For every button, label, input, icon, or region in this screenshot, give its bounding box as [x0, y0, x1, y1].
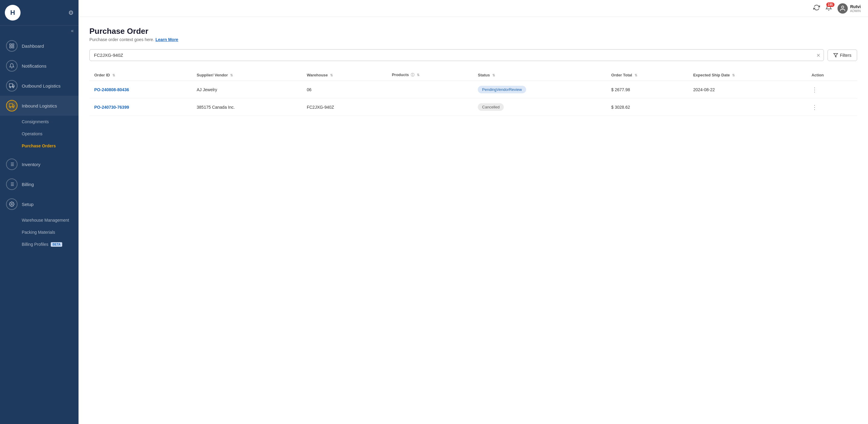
sidebar-item-label-outbound: Outbound Logistics	[22, 83, 60, 89]
table-row: PO-240808-80436 AJ Jewelry 06 PendingVen…	[89, 81, 857, 98]
sidebar-item-inbound-logistics[interactable]: Inbound Logistics	[0, 96, 79, 116]
inbound-icon	[6, 100, 18, 112]
sidebar-item-label-setup: Setup	[22, 202, 33, 207]
col-action: Action	[807, 69, 857, 81]
col-supplier[interactable]: Supplier/ Vendor ⇅	[192, 69, 302, 81]
topbar: 195 Rutvi ADMIN	[79, 0, 868, 17]
sort-status-icon[interactable]: ⇅	[492, 73, 495, 77]
order-id-link-2[interactable]: PO-240730-76399	[94, 105, 129, 110]
logo[interactable]: H	[5, 5, 21, 21]
gear-icon[interactable]: ⚙	[68, 9, 74, 16]
notification-badge: 195	[826, 2, 835, 7]
order-id-link-1[interactable]: PO-240808-80436	[94, 87, 129, 92]
sidebar-item-packing-materials[interactable]: Packing Materials	[0, 226, 79, 238]
cell-action-1: ⋮	[807, 81, 857, 98]
main-content: 195 Rutvi ADMIN Purchase Order Purchase …	[79, 0, 868, 424]
svg-rect-2	[10, 47, 11, 48]
cell-status-1: PendingVendorReview	[473, 81, 606, 98]
user-menu[interactable]: Rutvi ADMIN	[837, 3, 861, 13]
cell-order-id-1: PO-240808-80436	[89, 81, 192, 98]
filters-button[interactable]: Filters	[828, 50, 857, 61]
cell-products-2	[387, 98, 473, 116]
svg-rect-1	[12, 44, 14, 45]
notification-icon[interactable]: 195	[826, 4, 832, 12]
cell-ship-date-2	[688, 98, 807, 116]
sort-supplier-icon[interactable]: ⇅	[230, 73, 233, 77]
col-order-id[interactable]: Order ID ⇅	[89, 69, 192, 81]
inventory-icon	[6, 158, 18, 170]
status-badge-2: Cancelled	[478, 103, 504, 111]
sort-order-id-icon[interactable]: ⇅	[112, 73, 115, 77]
outbound-icon	[6, 80, 18, 91]
avatar	[837, 3, 848, 13]
billing-icon	[6, 179, 18, 190]
cell-products-1	[387, 81, 473, 98]
col-status[interactable]: Status ⇅	[473, 69, 606, 81]
col-order-total[interactable]: Order Total ⇅	[607, 69, 688, 81]
user-name: Rutvi	[850, 4, 861, 9]
cell-warehouse-2: FC2JXG-940Z	[302, 98, 387, 116]
svg-rect-3	[12, 47, 14, 48]
sidebar-item-inventory[interactable]: Inventory	[0, 154, 79, 174]
sidebar-item-dashboard[interactable]: Dashboard	[0, 36, 79, 56]
beta-badge: BETA	[51, 242, 62, 247]
purchase-orders-table: Order ID ⇅ Supplier/ Vendor ⇅ Warehouse …	[89, 69, 857, 116]
user-details: Rutvi ADMIN	[850, 4, 861, 13]
search-wrap: ✕	[89, 49, 824, 61]
sort-ship-date-icon[interactable]: ⇅	[732, 73, 735, 77]
table-row: PO-240730-76399 385175 Canada Inc. FC2JX…	[89, 98, 857, 116]
cell-ship-date-1: 2024-08-22	[688, 81, 807, 98]
sidebar-item-warehouse-management[interactable]: Warehouse Management	[0, 214, 79, 226]
sidebar-item-label-notifications: Notifications	[22, 63, 46, 68]
setup-icon	[6, 199, 18, 210]
cell-supplier-2: 385175 Canada Inc.	[192, 98, 302, 116]
sidebar-item-label-inbound: Inbound Logistics	[22, 103, 57, 109]
sidebar-item-label-dashboard: Dashboard	[22, 43, 44, 49]
row-action-menu-1[interactable]: ⋮	[811, 86, 817, 93]
sidebar: H ⚙ « Dashboard Notifications Outbound L…	[0, 0, 79, 424]
sidebar-item-label-inventory: Inventory	[22, 162, 40, 167]
sidebar-header: H ⚙	[0, 0, 79, 26]
cell-action-2: ⋮	[807, 98, 857, 116]
content-area: Purchase Order Purchase order context go…	[79, 17, 868, 424]
sidebar-item-billing-profiles[interactable]: Billing Profiles BETA	[0, 238, 79, 250]
learn-more-link[interactable]: Learn More	[156, 37, 178, 42]
svg-rect-0	[10, 44, 11, 45]
dashboard-icon	[6, 40, 18, 52]
notifications-icon	[6, 60, 18, 71]
sidebar-item-setup[interactable]: Setup	[0, 194, 79, 214]
col-products[interactable]: Products ⓘ ⇅	[387, 69, 473, 81]
cell-supplier-1: AJ Jewelry	[192, 81, 302, 98]
svg-point-23	[841, 6, 843, 8]
search-input[interactable]	[89, 49, 824, 61]
sidebar-item-purchase-orders[interactable]: Purchase Orders	[0, 140, 79, 152]
sidebar-item-operations[interactable]: Operations	[0, 128, 79, 140]
collapse-button[interactable]: «	[0, 26, 79, 36]
svg-marker-24	[834, 54, 837, 57]
search-row: ✕ Filters	[89, 49, 857, 61]
page-title: Purchase Order	[89, 27, 857, 36]
status-badge-1: PendingVendorReview	[478, 86, 526, 93]
svg-point-9	[13, 107, 14, 108]
sidebar-item-billing[interactable]: Billing	[0, 174, 79, 194]
sidebar-item-consignments[interactable]: Consignments	[0, 116, 79, 128]
user-role: ADMIN	[850, 9, 861, 13]
sidebar-item-outbound-logistics[interactable]: Outbound Logistics	[0, 76, 79, 96]
col-expected-ship-date[interactable]: Expected Ship Date ⇅	[688, 69, 807, 81]
refresh-icon[interactable]	[813, 4, 820, 12]
row-action-menu-2[interactable]: ⋮	[811, 104, 817, 111]
sort-products-icon[interactable]: ⇅	[417, 73, 420, 77]
cell-order-id-2: PO-240730-76399	[89, 98, 192, 116]
page-subtitle: Purchase order context goes here. Learn …	[89, 37, 857, 42]
sort-warehouse-icon[interactable]: ⇅	[330, 73, 333, 77]
col-warehouse[interactable]: Warehouse ⇅	[302, 69, 387, 81]
clear-search-icon[interactable]: ✕	[816, 52, 820, 58]
svg-point-6	[13, 87, 14, 88]
sidebar-item-notifications[interactable]: Notifications	[0, 56, 79, 76]
svg-point-22	[11, 204, 13, 205]
svg-point-5	[10, 87, 11, 88]
svg-point-8	[10, 107, 11, 108]
cell-warehouse-1: 06	[302, 81, 387, 98]
cell-status-2: Cancelled	[473, 98, 606, 116]
sort-order-total-icon[interactable]: ⇅	[634, 73, 637, 77]
